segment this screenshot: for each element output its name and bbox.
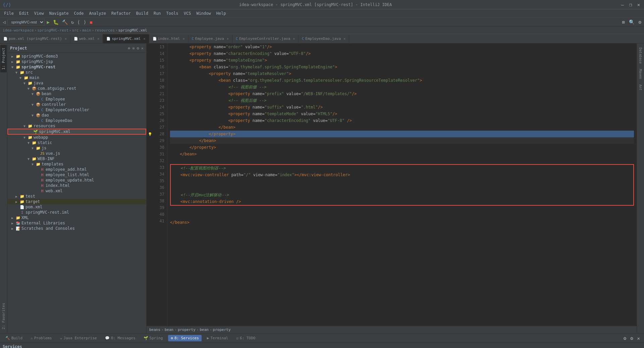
sidebar-expand-button[interactable]: ≡ (132, 46, 135, 51)
sync-button[interactable]: ↻ (70, 19, 75, 25)
tab-springmvc-xml[interactable]: 📄 springMVC.xml ✕ (103, 34, 149, 44)
tab-employeecontroller-java[interactable]: C EmployeeController.java ✕ (232, 34, 299, 44)
search-everywhere-button[interactable]: 🔍 (628, 19, 636, 25)
tree-item-target[interactable]: ▶ 📁 target (7, 199, 146, 204)
tree-item-templates[interactable]: ▼ 📁 templates (7, 161, 146, 167)
code-area[interactable]: <property name="order" value="1"/> <prop… (167, 44, 634, 326)
tree-item-bean[interactable]: ▼ 📦 bean (7, 91, 146, 96)
editor-bc-property2[interactable]: property (213, 328, 231, 332)
tree-item-springmvc-jsp[interactable]: ▶ 📁 springMVC-jsp (7, 59, 146, 64)
tree-item-index-html[interactable]: H index.html (7, 183, 146, 188)
breadcrumb-springmvc-rest[interactable]: springMVC-rest (37, 28, 68, 32)
tree-item-dao[interactable]: ▼ 📦 dao (7, 113, 146, 118)
tree-item-employee-add[interactable]: H employee_add.html (7, 167, 146, 172)
right-tab-database[interactable]: Database (638, 45, 643, 66)
settings-button[interactable]: ⚙ (637, 19, 643, 25)
tree-item-scratches[interactable]: ▶ 📝 Scratches and Consoles (7, 226, 146, 231)
tab-index-html[interactable]: 📄 index.html ✕ (149, 34, 189, 44)
editor-bc-bean2[interactable]: bean (200, 328, 209, 332)
menu-code[interactable]: Code (71, 10, 87, 16)
editor-bc-property1[interactable]: property (178, 328, 196, 332)
tree-item-employee-update[interactable]: H employee_update.html (7, 178, 146, 183)
tab-employeedao-java[interactable]: C EmployeeDao.java ✕ (299, 34, 349, 44)
menu-file[interactable]: File (1, 10, 16, 16)
menu-navigate[interactable]: Navigate (47, 10, 71, 16)
tree-item-vuejs[interactable]: JS vue.js (7, 151, 146, 156)
nav-forward-button[interactable]: ⟩ (82, 19, 88, 25)
menu-edit[interactable]: Edit (16, 10, 32, 16)
stop-button[interactable]: ◼ (88, 19, 94, 25)
bottom-gear-button[interactable]: ⚙ (629, 335, 634, 342)
tree-item-iml[interactable]: I springMVC-rest.iml (7, 210, 146, 215)
tree-item-webinf[interactable]: ▼ 📁 WEB-INF (7, 156, 146, 161)
tab-web-close[interactable]: ✕ (97, 37, 99, 41)
maximize-button[interactable]: ❐ (628, 2, 633, 7)
tree-item-xml-root[interactable]: ▶ 📁 XML (7, 215, 146, 220)
bottom-tab-problems[interactable]: ⚠ Problems (28, 335, 55, 341)
build-button[interactable]: 🔨 (61, 19, 69, 25)
editor-bc-bean1[interactable]: bean (165, 328, 174, 332)
menu-build[interactable]: Build (133, 10, 151, 16)
tree-item-employeedao[interactable]: C EmployeeDao (7, 118, 146, 123)
menu-tools[interactable]: Tools (164, 10, 181, 16)
tree-item-js[interactable]: ▼ 📁 js (7, 145, 146, 151)
close-button[interactable]: ✕ (636, 2, 641, 7)
tree-item-test[interactable]: ▶ 📁 test (7, 194, 146, 199)
tab-web-xml[interactable]: 📄 web.xml ✕ (70, 34, 103, 44)
breadcrumb-main[interactable]: main (82, 28, 91, 32)
breadcrumb-idea-workspace[interactable]: idea-workspace (3, 28, 34, 32)
sidebar-tab-favorites[interactable]: 2: Favorites (0, 301, 7, 332)
tree-item-employee[interactable]: C Employee (7, 96, 146, 102)
tab-pom-close[interactable]: ✕ (65, 37, 67, 41)
tree-item-static[interactable]: ▼ 📁 static (7, 140, 146, 145)
tree-item-ext-libs[interactable]: ▶ 📚 External Libraries (7, 220, 146, 226)
sidebar-tab-project[interactable]: 1: Project (0, 45, 7, 72)
breadcrumb-springmvc-xml[interactable]: springMVC.xml (118, 28, 147, 32)
tree-item-controller[interactable]: ▼ 📦 controller (7, 102, 146, 107)
tree-item-springmvc-demo3[interactable]: ▶ 📁 springMVC-demo3 (7, 54, 146, 59)
tree-item-main[interactable]: ▼ 📁 main (7, 75, 146, 80)
bottom-tab-java-enterprise[interactable]: ☕ Java Enterprise (57, 335, 100, 341)
menu-analyze[interactable]: Analyze (86, 10, 109, 16)
tree-item-employee-list[interactable]: H employee_list.html (7, 172, 146, 178)
right-tab-maven[interactable]: Maven (638, 66, 643, 82)
tree-item-springmvc-rest[interactable]: ▼ 📁 springMVC-rest (7, 64, 146, 70)
run-button[interactable]: ▶ (45, 19, 51, 25)
tree-item-com-atguigu[interactable]: ▼ 📦 com.atguigu.rest (7, 86, 146, 91)
menu-run[interactable]: Run (151, 10, 164, 16)
tab-employee-close[interactable]: ✕ (227, 37, 229, 41)
window-controls[interactable]: — ❐ ✕ (620, 2, 641, 7)
sidebar-close-button[interactable]: ✕ (141, 46, 144, 51)
editor-scrollbar[interactable] (634, 44, 637, 326)
tab-employeecontroller-close[interactable]: ✕ (293, 37, 295, 41)
breadcrumb-src[interactable]: src (72, 28, 79, 32)
tab-employee-java[interactable]: C Employee.java ✕ (189, 34, 232, 44)
tree-item-springmvc-xml[interactable]: 🌱 springMVC.xml (7, 129, 146, 135)
menu-view[interactable]: View (32, 10, 47, 16)
tab-pom-xml[interactable]: 📄 pom.xml (springMVC-rest) ✕ (0, 34, 70, 44)
bottom-tab-services[interactable]: ⚙ 8: Services (168, 335, 201, 341)
bottom-close-button[interactable]: ✕ (636, 335, 641, 342)
tab-index-close[interactable]: ✕ (183, 37, 185, 41)
editor-bc-beans[interactable]: beans (149, 328, 160, 332)
bottom-tab-todo[interactable]: ☑ 6: TODO (233, 335, 258, 341)
tree-item-web-xml[interactable]: H web.xml (7, 188, 146, 194)
menu-refactor[interactable]: Refactor (109, 10, 133, 16)
layout-button[interactable]: ⊞ (621, 19, 626, 25)
tab-springmvc-close[interactable]: ✕ (143, 37, 145, 41)
bottom-tab-terminal[interactable]: ▶ Terminal (204, 335, 231, 341)
nav-back-button[interactable]: ⟨ (76, 19, 81, 25)
bottom-tab-messages[interactable]: 💬 0: Messages (102, 335, 138, 341)
tree-item-pom[interactable]: 📄 pom.xml (7, 204, 146, 210)
tree-item-resources[interactable]: ▼ 📁 resources (7, 123, 146, 129)
breadcrumb-resources[interactable]: resources (95, 28, 115, 32)
sidebar-settings-button[interactable]: ⚙ (137, 46, 139, 51)
bottom-tab-spring[interactable]: 🌱 Spring (141, 335, 166, 341)
back-button[interactable]: ◁ (1, 19, 7, 25)
menu-help[interactable]: Help (214, 10, 229, 16)
menu-window[interactable]: Window (194, 10, 213, 16)
bottom-tab-build[interactable]: 🔨 Build (3, 335, 25, 341)
code-editor[interactable]: 💡 13 14 15 16 17 (147, 44, 637, 333)
tree-item-src[interactable]: ▼ 📁 src (7, 70, 146, 75)
menu-vcs[interactable]: VCS (181, 10, 194, 16)
